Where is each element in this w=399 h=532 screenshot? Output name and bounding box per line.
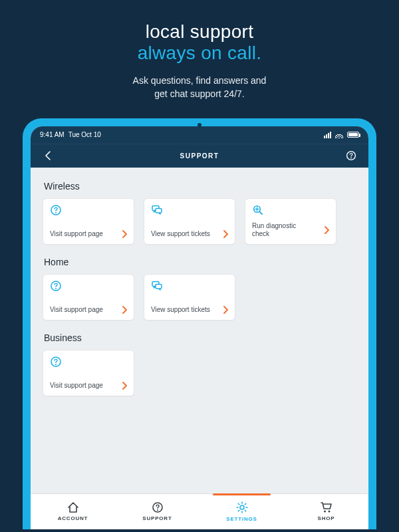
chevron-right-icon	[122, 382, 127, 390]
bottom-nav: ACCOUNT SUPPORT SETTINGS SHOP	[31, 493, 368, 529]
hero-title-line1: local support	[146, 21, 254, 42]
content: Wireless Visit support page	[31, 168, 368, 493]
back-button[interactable]	[40, 148, 56, 164]
battery-icon	[347, 132, 359, 138]
section-business: Business Visit support page	[43, 332, 356, 396]
wifi-icon	[335, 132, 343, 138]
svg-point-16	[324, 511, 326, 513]
navbar-title: SUPPORT	[180, 152, 219, 160]
svg-point-14	[157, 509, 158, 511]
tab-account[interactable]: ACCOUNT	[31, 494, 115, 529]
status-bar: 9:41 AM Tue Oct 10	[31, 126, 368, 144]
card-label: View support tickets	[151, 230, 210, 239]
hero-subtitle: Ask questions, find answers and get chat…	[133, 74, 267, 100]
hero-sub-line1: Ask questions, find answers and	[133, 75, 267, 86]
card-label: Visit support page	[50, 230, 103, 239]
marketing-page: local support always on call. Ask questi…	[0, 0, 399, 532]
svg-point-8	[55, 288, 57, 289]
tab-shop[interactable]: SHOP	[284, 494, 368, 529]
svg-rect-10	[156, 284, 162, 289]
app-screen: 9:41 AM Tue Oct 10 SUPPORT	[31, 126, 368, 529]
chat-icon	[151, 204, 228, 216]
tab-label: ACCOUNT	[58, 515, 88, 521]
card-diagnostic[interactable]: Run diagnostic check	[245, 198, 336, 245]
magnify-icon	[252, 204, 329, 216]
svg-point-3	[55, 212, 57, 213]
section-title: Wireless	[44, 181, 356, 192]
tablet-frame: 9:41 AM Tue Oct 10 SUPPORT	[23, 118, 376, 529]
hero: local support always on call. Ask questi…	[133, 0, 267, 101]
card-label: Visit support page	[50, 306, 103, 315]
card-view-tickets[interactable]: View support tickets	[144, 198, 235, 245]
section-home: Home Visit support page	[43, 257, 356, 321]
chevron-right-icon	[122, 230, 127, 238]
card-label: Run diagnostic check	[252, 222, 312, 239]
app-navbar: SUPPORT	[31, 144, 368, 168]
status-left: 9:41 AM Tue Oct 10	[40, 131, 101, 138]
chevron-right-icon	[223, 306, 228, 314]
card-view-tickets[interactable]: View support tickets	[144, 274, 235, 321]
help-circle-icon	[50, 356, 127, 368]
section-wireless: Wireless Visit support page	[43, 181, 356, 245]
status-date: Tue Oct 10	[68, 131, 101, 138]
home-icon	[66, 501, 80, 513]
help-button[interactable]	[343, 148, 359, 164]
cart-icon	[320, 501, 333, 513]
chevron-right-icon	[122, 306, 127, 314]
hero-title-line2: always on call.	[133, 43, 267, 64]
card-visit-support[interactable]: Visit support page	[43, 274, 134, 321]
card-row: Visit support page View support tickets	[43, 198, 356, 245]
status-right	[324, 132, 359, 138]
svg-point-12	[55, 364, 57, 365]
chat-icon	[151, 280, 228, 292]
tab-support[interactable]: SUPPORT	[115, 494, 200, 529]
card-visit-support[interactable]: Visit support page	[43, 198, 134, 245]
card-row: Visit support page View support tickets	[43, 274, 356, 321]
card-label: View support tickets	[151, 306, 210, 315]
svg-rect-5	[156, 208, 162, 213]
tab-settings[interactable]: SETTINGS	[200, 494, 284, 529]
tablet-camera	[198, 123, 201, 127]
section-title: Home	[44, 257, 356, 267]
hero-title: local support always on call.	[133, 21, 267, 64]
tab-label: SETTINGS	[226, 516, 257, 522]
card-row: Visit support page	[43, 350, 356, 396]
svg-point-1	[350, 158, 352, 159]
signal-icon	[324, 132, 331, 138]
card-label: Visit support page	[50, 382, 103, 390]
hero-sub-line2: get chat support 24/7.	[154, 88, 244, 99]
help-circle-icon	[346, 150, 356, 161]
help-circle-icon	[50, 280, 127, 292]
tab-label: SUPPORT	[142, 515, 172, 521]
svg-point-15	[240, 505, 244, 509]
chevron-right-icon	[324, 226, 329, 234]
section-title: Business	[44, 332, 356, 343]
chevron-left-icon	[45, 151, 51, 160]
tab-label: SHOP	[318, 515, 335, 521]
chevron-right-icon	[223, 230, 228, 238]
help-circle-icon	[152, 501, 164, 513]
gear-icon	[235, 501, 249, 514]
svg-point-17	[328, 511, 330, 513]
status-time: 9:41 AM	[40, 131, 65, 138]
card-visit-support[interactable]: Visit support page	[43, 350, 134, 396]
help-circle-icon	[50, 204, 127, 216]
